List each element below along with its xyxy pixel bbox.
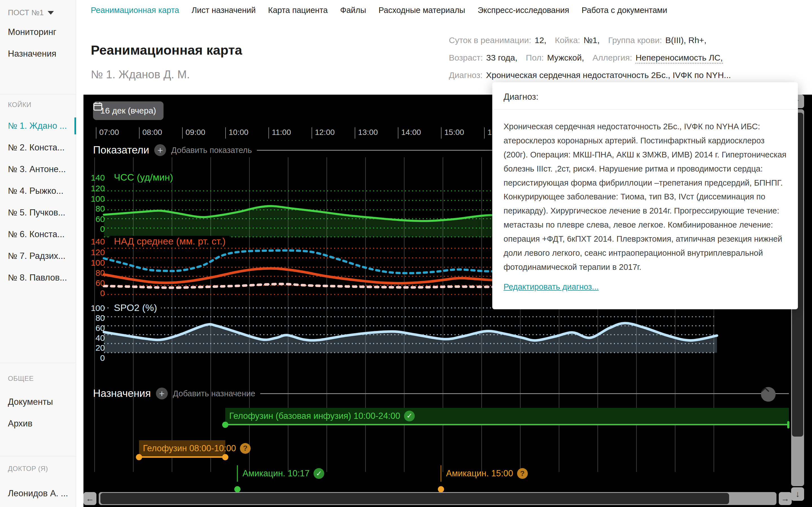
date-chip-label: 16 дек (вчера) <box>100 106 156 115</box>
arrow-down-icon: ↓ <box>796 489 800 499</box>
time-label: 14:00 <box>401 128 421 137</box>
patient-info-value: 33 года, <box>486 53 518 62</box>
patient-info-label: Аллергия: <box>593 53 632 62</box>
axis-tick-hr: 100 <box>87 194 105 204</box>
gantt-header: Назначения + Добавить назначение <box>93 388 789 399</box>
time-tick <box>312 127 312 138</box>
sidebar-item-bed[interactable]: № 5. Пучков... <box>0 204 76 222</box>
patient-info-line: Диагноз:Хроническая сердечная недостаточ… <box>449 66 739 84</box>
gantt-divider <box>260 393 789 394</box>
patient-name: № 1. Жданов Д. М. <box>91 68 190 81</box>
patient-info-line: Суток в реанимации:12,Койка:№1,Группа кр… <box>449 32 739 49</box>
check-icon[interactable]: ✓ <box>313 468 324 479</box>
gantt-point-text: Амикацин. 10:17 <box>243 468 310 478</box>
tab-реанимационная-карта[interactable]: Реанимационная карта <box>91 6 179 15</box>
patient-info-value: Мужской, <box>547 53 584 62</box>
horizontal-scroll-thumb[interactable] <box>100 493 729 504</box>
axis-tick-spo2: 20 <box>87 343 105 353</box>
gantt-title: Назначения <box>93 388 151 399</box>
axis-tick-spo2: 80 <box>87 313 105 323</box>
tab-карта-пациента[interactable]: Карта пациента <box>268 6 328 15</box>
axis-tick-bp: 120 <box>87 247 105 257</box>
page-title: Реанимационная карта <box>91 42 242 58</box>
time-tick <box>96 127 96 138</box>
sidebar-item[interactable]: Архив <box>0 414 76 433</box>
gantt-point-label: Амикацин. 10:17✓ <box>243 468 324 479</box>
post-selector[interactable]: ПОСТ №1 <box>8 8 54 17</box>
question-icon[interactable]: ? <box>240 443 251 454</box>
axis-tick-bp: 0 <box>87 288 105 298</box>
add-prescription-label[interactable]: Добавить назначение <box>173 389 255 398</box>
axis-tick-bp: 140 <box>87 237 105 246</box>
tab-файлы[interactable]: Файлы <box>340 6 366 15</box>
chevron-down-icon <box>48 11 54 15</box>
time-label: 11:00 <box>272 128 291 137</box>
time-tick <box>484 127 485 138</box>
check-icon[interactable]: ✓ <box>404 411 415 421</box>
sidebar-item-monitoring[interactable]: Мониторинг <box>8 27 56 37</box>
sidebar-item-bed[interactable]: № 2. Конста... <box>0 138 76 157</box>
time-label: 13:00 <box>358 128 378 137</box>
sidebar-group-header: ДОКТОР (Я) <box>8 465 48 473</box>
axis-tick-hr: 80 <box>87 204 105 214</box>
sidebar-divider <box>0 363 76 363</box>
sidebar-item-bed[interactable]: № 8. Павлов... <box>0 269 76 287</box>
gantt-bar[interactable]: Гелофузин (базовая инфузия) 10:00-24:00✓ <box>225 408 789 425</box>
gantt-bar-text: Гелофузин 08:00-10:00 <box>143 443 236 453</box>
sidebar-item-bed[interactable]: № 1. Ждано ... <box>0 117 76 135</box>
chevron-up-icon <box>761 387 769 392</box>
tab-расходные-материалы[interactable]: Расходные материалы <box>378 6 465 15</box>
gantt-end-dot <box>222 454 229 460</box>
gantt-point-dot <box>438 486 444 492</box>
patient-info: Суток в реанимации:12,Койка:№1,Группа кр… <box>449 32 739 84</box>
date-chip[interactable]: 16 дек (вчера) <box>93 101 163 120</box>
tooltip-body: Хроническая сердечная недостаточность 2Б… <box>492 110 798 274</box>
sidebar-item[interactable]: Леонидов А. ... <box>0 485 76 503</box>
sidebar-item[interactable]: Документы <box>0 393 76 411</box>
axis-tick-spo2: 100 <box>87 303 105 313</box>
time-tick <box>268 127 269 138</box>
time-label: 15:00 <box>444 128 464 137</box>
gantt-point-text: Амикацин. 15:00 <box>446 468 513 478</box>
gantt-bar-label: Гелофузин (базовая инфузия) 10:00-24:00✓ <box>225 408 789 424</box>
indicators-title: Показатели <box>93 144 149 156</box>
patient-info-label: Пол: <box>526 53 544 62</box>
axis-tick-hr: 60 <box>87 214 105 224</box>
tab-работа-с-документами[interactable]: Работа с документами <box>581 6 667 15</box>
scroll-down-button[interactable]: ↓ <box>791 487 804 501</box>
question-icon[interactable]: ? <box>517 468 528 479</box>
patient-info-label: Возраст: <box>449 53 483 62</box>
patient-info-value: №1, <box>583 36 600 45</box>
gantt-bar-text: Гелофузин (базовая инфузия) 10:00-24:00 <box>229 411 400 421</box>
time-tick <box>225 127 226 138</box>
tab-экспресс-исследования[interactable]: Экспресс-исследования <box>477 6 569 15</box>
axis-tick-spo2: 0 <box>87 353 105 363</box>
sidebar: ПОСТ №1 МониторингНазначения КОЙКИ№ 1. Ж… <box>0 0 76 507</box>
sidebar-item-bed[interactable]: № 6. Конста... <box>0 225 76 243</box>
edit-diagnosis-link[interactable]: Редактировать диагноз... <box>504 282 599 291</box>
add-indicator-label[interactable]: Добавить показатель <box>171 146 252 155</box>
time-label: 08:00 <box>142 128 162 137</box>
scroll-left-button[interactable]: ← <box>84 492 96 505</box>
collapse-gantt-button[interactable] <box>761 387 776 402</box>
sidebar-item-bed[interactable]: № 4. Рыжко... <box>0 182 76 200</box>
time-tick <box>139 127 140 138</box>
axis-tick-hr: 0 <box>87 224 105 234</box>
sidebar-item-prescriptions[interactable]: Назначения <box>8 49 56 59</box>
tab-лист-назначений[interactable]: Лист назначений <box>192 6 256 15</box>
horizontal-scrollbar: ← → <box>84 492 792 505</box>
post-selector-label: ПОСТ №1 <box>8 8 44 17</box>
gantt-bar[interactable]: Гелофузин 08:00-10:00? <box>139 440 225 458</box>
sidebar-item-bed[interactable]: № 7. Радзих... <box>0 247 76 265</box>
add-indicator-button[interactable]: + <box>154 144 166 156</box>
add-prescription-button[interactable]: + <box>156 388 168 399</box>
sidebar-item-bed[interactable]: № 3. Антоне... <box>0 160 76 178</box>
sidebar-divider <box>0 456 76 456</box>
series-label-hr: ЧСС (уд/мин) <box>110 172 177 183</box>
time-tick <box>355 127 355 138</box>
time-tick <box>398 127 398 138</box>
scroll-right-button[interactable]: → <box>779 492 792 505</box>
gantt-point-line <box>237 465 238 482</box>
time-label: 10:00 <box>229 128 248 137</box>
patient-info-value: 12, <box>535 36 546 45</box>
